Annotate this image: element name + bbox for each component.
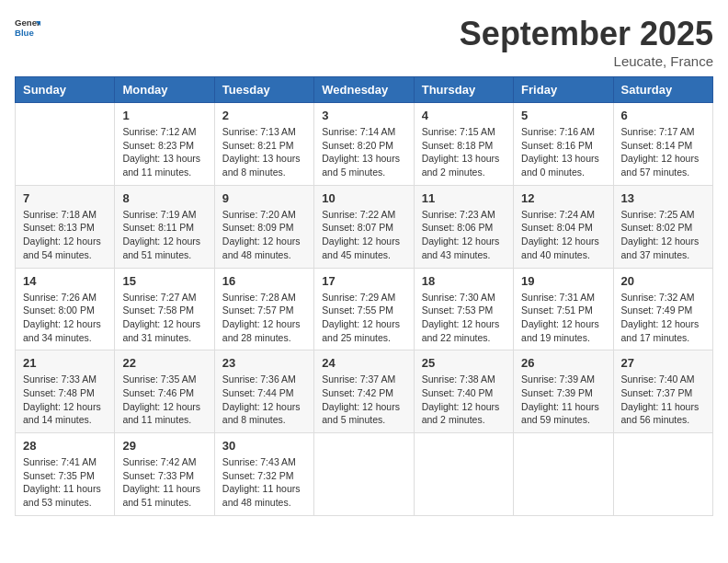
svg-text:Blue: Blue	[15, 28, 34, 38]
calendar-cell: 6Sunrise: 7:17 AM Sunset: 8:14 PM Daylig…	[613, 103, 712, 186]
day-info: Sunrise: 7:38 AM Sunset: 7:40 PM Dayligh…	[422, 373, 506, 427]
calendar-cell: 4Sunrise: 7:15 AM Sunset: 8:18 PM Daylig…	[414, 103, 513, 186]
day-number: 2	[222, 109, 306, 122]
calendar-cell: 27Sunrise: 7:40 AM Sunset: 7:37 PM Dayli…	[613, 350, 712, 433]
day-info: Sunrise: 7:16 AM Sunset: 8:16 PM Dayligh…	[521, 125, 605, 179]
week-row-5: 28Sunrise: 7:41 AM Sunset: 7:35 PM Dayli…	[16, 433, 713, 516]
day-number: 12	[521, 191, 605, 205]
day-number: 8	[122, 191, 206, 205]
calendar-cell: 30Sunrise: 7:43 AM Sunset: 7:32 PM Dayli…	[214, 433, 313, 516]
day-info: Sunrise: 7:20 AM Sunset: 8:09 PM Dayligh…	[222, 208, 306, 262]
calendar-cell: 11Sunrise: 7:23 AM Sunset: 8:06 PM Dayli…	[414, 185, 513, 268]
calendar-cell: 16Sunrise: 7:28 AM Sunset: 7:57 PM Dayli…	[214, 268, 313, 350]
week-row-2: 7Sunrise: 7:18 AM Sunset: 8:13 PM Daylig…	[16, 185, 713, 268]
day-number: 7	[23, 191, 107, 205]
day-info: Sunrise: 7:30 AM Sunset: 7:53 PM Dayligh…	[422, 291, 506, 345]
day-info: Sunrise: 7:42 AM Sunset: 7:33 PM Dayligh…	[122, 455, 206, 510]
day-info: Sunrise: 7:43 AM Sunset: 7:32 PM Dayligh…	[222, 455, 306, 510]
day-number: 6	[621, 109, 705, 122]
calendar-table: SundayMondayTuesdayWednesdayThursdayFrid…	[15, 76, 713, 516]
day-info: Sunrise: 7:29 AM Sunset: 7:55 PM Dayligh…	[322, 291, 405, 345]
day-number: 10	[322, 191, 405, 205]
day-info: Sunrise: 7:19 AM Sunset: 8:11 PM Dayligh…	[122, 208, 206, 262]
day-number: 16	[222, 274, 306, 288]
day-info: Sunrise: 7:23 AM Sunset: 8:06 PM Dayligh…	[422, 208, 506, 262]
day-info: Sunrise: 7:28 AM Sunset: 7:57 PM Dayligh…	[222, 291, 306, 345]
logo-icon: General Blue	[15, 15, 40, 40]
calendar-cell: 2Sunrise: 7:13 AM Sunset: 8:21 PM Daylig…	[214, 103, 313, 186]
month-title: September 2025	[460, 15, 713, 53]
day-number: 22	[122, 356, 206, 370]
weekday-header-tuesday: Tuesday	[214, 77, 313, 103]
day-number: 1	[122, 109, 206, 122]
day-number: 29	[122, 439, 206, 453]
day-number: 17	[322, 274, 405, 288]
weekday-header-friday: Friday	[514, 77, 613, 103]
calendar-cell	[613, 433, 712, 516]
day-info: Sunrise: 7:24 AM Sunset: 8:04 PM Dayligh…	[521, 208, 605, 262]
day-info: Sunrise: 7:25 AM Sunset: 8:02 PM Dayligh…	[621, 208, 705, 262]
calendar-cell: 19Sunrise: 7:31 AM Sunset: 7:51 PM Dayli…	[514, 268, 613, 350]
calendar-cell: 5Sunrise: 7:16 AM Sunset: 8:16 PM Daylig…	[514, 103, 613, 186]
day-info: Sunrise: 7:40 AM Sunset: 7:37 PM Dayligh…	[621, 373, 705, 427]
svg-text:General: General	[15, 17, 40, 28]
day-info: Sunrise: 7:18 AM Sunset: 8:13 PM Dayligh…	[23, 208, 107, 262]
day-number: 15	[122, 274, 206, 288]
calendar-cell: 3Sunrise: 7:14 AM Sunset: 8:20 PM Daylig…	[314, 103, 414, 186]
calendar-cell: 18Sunrise: 7:30 AM Sunset: 7:53 PM Dayli…	[414, 268, 513, 350]
header: General Blue September 2025 Leucate, Fra…	[15, 15, 713, 69]
calendar-cell: 9Sunrise: 7:20 AM Sunset: 8:09 PM Daylig…	[214, 185, 313, 268]
logo: General Blue	[15, 15, 40, 40]
calendar-cell	[16, 103, 115, 186]
week-row-3: 14Sunrise: 7:26 AM Sunset: 8:00 PM Dayli…	[16, 268, 713, 350]
weekday-header-wednesday: Wednesday	[314, 77, 414, 103]
day-number: 14	[23, 274, 107, 288]
day-number: 19	[521, 274, 605, 288]
day-number: 11	[422, 191, 506, 205]
calendar-cell: 24Sunrise: 7:37 AM Sunset: 7:42 PM Dayli…	[314, 350, 414, 433]
calendar-cell: 22Sunrise: 7:35 AM Sunset: 7:46 PM Dayli…	[115, 350, 214, 433]
calendar-cell: 14Sunrise: 7:26 AM Sunset: 8:00 PM Dayli…	[16, 268, 115, 350]
calendar-cell: 23Sunrise: 7:36 AM Sunset: 7:44 PM Dayli…	[214, 350, 313, 433]
calendar-cell	[314, 433, 414, 516]
calendar-cell: 21Sunrise: 7:33 AM Sunset: 7:48 PM Dayli…	[16, 350, 115, 433]
weekday-header-row: SundayMondayTuesdayWednesdayThursdayFrid…	[16, 77, 713, 103]
day-info: Sunrise: 7:17 AM Sunset: 8:14 PM Dayligh…	[621, 125, 705, 179]
calendar-cell: 7Sunrise: 7:18 AM Sunset: 8:13 PM Daylig…	[16, 185, 115, 268]
day-info: Sunrise: 7:26 AM Sunset: 8:00 PM Dayligh…	[23, 291, 107, 345]
calendar-cell: 15Sunrise: 7:27 AM Sunset: 7:58 PM Dayli…	[115, 268, 214, 350]
day-info: Sunrise: 7:33 AM Sunset: 7:48 PM Dayligh…	[23, 373, 107, 427]
day-info: Sunrise: 7:35 AM Sunset: 7:46 PM Dayligh…	[122, 373, 206, 427]
day-info: Sunrise: 7:12 AM Sunset: 8:23 PM Dayligh…	[122, 125, 206, 179]
week-row-4: 21Sunrise: 7:33 AM Sunset: 7:48 PM Dayli…	[16, 350, 713, 433]
day-number: 20	[621, 274, 705, 288]
calendar-cell: 28Sunrise: 7:41 AM Sunset: 7:35 PM Dayli…	[16, 433, 115, 516]
day-number: 25	[422, 356, 506, 370]
day-number: 4	[422, 109, 506, 122]
day-number: 5	[521, 109, 605, 122]
weekday-header-saturday: Saturday	[613, 77, 712, 103]
title-area: September 2025 Leucate, France	[460, 15, 713, 69]
week-row-1: 1Sunrise: 7:12 AM Sunset: 8:23 PM Daylig…	[16, 103, 713, 186]
calendar-cell: 8Sunrise: 7:19 AM Sunset: 8:11 PM Daylig…	[115, 185, 214, 268]
day-number: 13	[621, 191, 705, 205]
day-info: Sunrise: 7:37 AM Sunset: 7:42 PM Dayligh…	[322, 373, 405, 427]
day-number: 28	[23, 439, 107, 453]
day-number: 27	[621, 356, 705, 370]
day-info: Sunrise: 7:36 AM Sunset: 7:44 PM Dayligh…	[222, 373, 306, 427]
calendar-cell	[414, 433, 513, 516]
weekday-header-monday: Monday	[115, 77, 214, 103]
calendar-cell: 12Sunrise: 7:24 AM Sunset: 8:04 PM Dayli…	[514, 185, 613, 268]
day-info: Sunrise: 7:39 AM Sunset: 7:39 PM Dayligh…	[521, 373, 605, 427]
day-number: 26	[521, 356, 605, 370]
day-info: Sunrise: 7:41 AM Sunset: 7:35 PM Dayligh…	[23, 455, 107, 510]
day-info: Sunrise: 7:31 AM Sunset: 7:51 PM Dayligh…	[521, 291, 605, 345]
day-info: Sunrise: 7:27 AM Sunset: 7:58 PM Dayligh…	[122, 291, 206, 345]
weekday-header-thursday: Thursday	[414, 77, 513, 103]
weekday-header-sunday: Sunday	[16, 77, 115, 103]
location: Leucate, France	[460, 53, 713, 69]
calendar-cell: 26Sunrise: 7:39 AM Sunset: 7:39 PM Dayli…	[514, 350, 613, 433]
day-number: 23	[222, 356, 306, 370]
calendar-cell	[514, 433, 613, 516]
day-info: Sunrise: 7:32 AM Sunset: 7:49 PM Dayligh…	[621, 291, 705, 345]
